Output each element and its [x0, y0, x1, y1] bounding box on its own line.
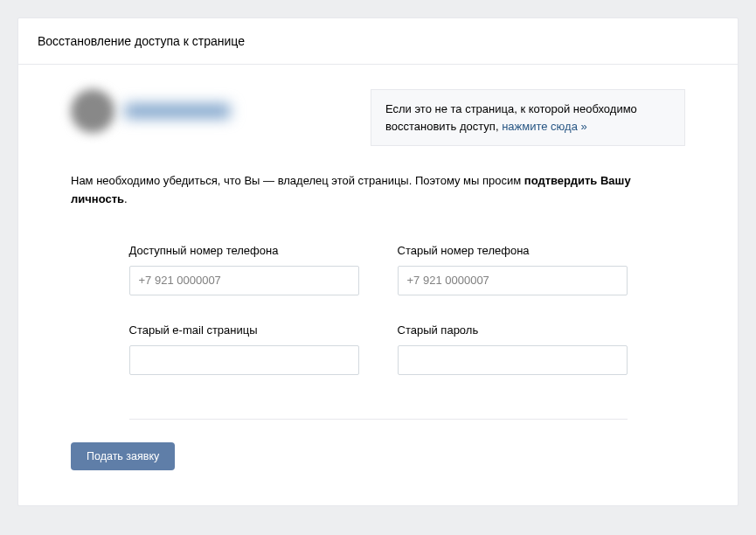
top-row: Если это не та страница, к которой необх…	[71, 89, 685, 146]
old-email-label: Старый e-mail страницы	[129, 323, 359, 337]
old-password-field: Старый пароль	[398, 323, 628, 375]
page-title: Восстановление доступа к странице	[38, 34, 718, 48]
card-header: Восстановление доступа к странице	[18, 18, 738, 65]
profile-name-blurred	[125, 104, 230, 118]
available-phone-label: Доступный номер телефона	[129, 244, 359, 257]
available-phone-field: Доступный номер телефона	[129, 244, 359, 295]
old-phone-field: Старый номер телефона	[398, 244, 628, 295]
card-body: Если это не та страница, к которой необх…	[18, 65, 738, 505]
avatar	[71, 89, 114, 133]
recovery-card: Восстановление доступа к странице Если э…	[17, 17, 739, 506]
wrong-page-notice: Если это не та страница, к которой необх…	[371, 89, 685, 146]
profile-block	[71, 89, 344, 133]
old-password-input[interactable]	[398, 345, 628, 375]
old-password-label: Старый пароль	[398, 323, 628, 337]
old-email-input[interactable]	[129, 345, 359, 375]
click-here-link[interactable]: нажмите сюда »	[502, 120, 587, 133]
form-section: Доступный номер телефона Старый номер те…	[129, 244, 628, 420]
old-phone-label: Старый номер телефона	[398, 244, 628, 257]
description-after: .	[124, 192, 128, 205]
available-phone-input[interactable]	[129, 266, 359, 295]
form-grid: Доступный номер телефона Старый номер те…	[129, 244, 628, 375]
description-before: Нам необходимо убедиться, что Вы — владе…	[71, 174, 524, 187]
description-text: Нам необходимо убедиться, что Вы — владе…	[71, 172, 685, 209]
old-phone-input[interactable]	[398, 266, 628, 295]
old-email-field: Старый e-mail страницы	[129, 323, 359, 375]
submit-button[interactable]: Подать заявку	[71, 442, 175, 470]
